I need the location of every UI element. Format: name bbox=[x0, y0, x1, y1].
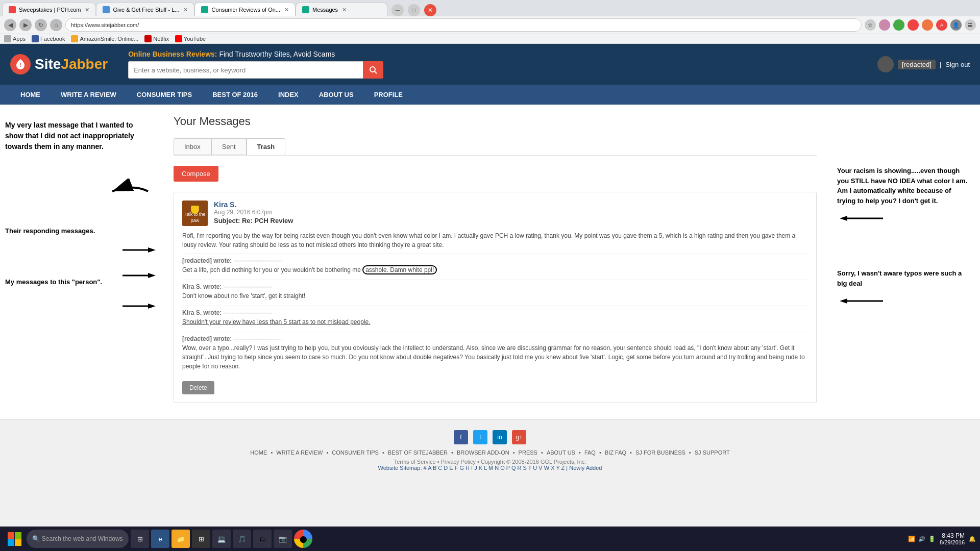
footer-biz-faq[interactable]: BIZ FAQ bbox=[605, 449, 626, 456]
search-input[interactable] bbox=[128, 61, 363, 79]
forward-button[interactable]: ▶ bbox=[19, 19, 32, 31]
svg-point-11 bbox=[191, 206, 194, 209]
svg-marker-13 bbox=[840, 216, 847, 221]
thread-item-1: [redacted] wrote: ----------------------… bbox=[182, 254, 808, 277]
tagline: Online Business Reviews: Find Trustworth… bbox=[128, 50, 335, 58]
search-button[interactable] bbox=[363, 61, 383, 79]
address-text: https://www.sitejabber.com/ bbox=[71, 22, 139, 28]
menu-icon[interactable]: ☰ bbox=[965, 19, 976, 31]
start-button[interactable] bbox=[4, 529, 24, 549]
nav-write-review[interactable]: WRITE A REVIEW bbox=[51, 85, 127, 105]
footer-consumer-tips[interactable]: CONSUMER TIPS bbox=[332, 449, 378, 456]
sign-out-link[interactable]: Sign out bbox=[945, 61, 970, 68]
tab-sent[interactable]: Sent bbox=[211, 138, 247, 155]
delete-button[interactable]: Delete bbox=[182, 381, 214, 394]
bookmark-apps[interactable]: Apps bbox=[4, 35, 26, 42]
chrome-icon[interactable]: ⬤ bbox=[294, 530, 312, 548]
star-icon[interactable]: ☆ bbox=[865, 19, 876, 31]
bookmark-youtube[interactable]: YouTube bbox=[175, 35, 206, 42]
clock: 8:43 PM bbox=[940, 532, 965, 539]
thread-writer-3: Kira S. wrote: bbox=[182, 309, 222, 316]
bookmark-facebook[interactable]: Facebook bbox=[32, 35, 65, 42]
footer-sj-business[interactable]: SJ FOR BUSINESS bbox=[635, 449, 685, 456]
footer-sj-support[interactable]: SJ SUPPORT bbox=[695, 449, 730, 456]
tab-close-give-get[interactable]: ✕ bbox=[183, 7, 188, 13]
footer-best-of[interactable]: BEST OF SITEJABBER bbox=[388, 449, 448, 456]
taskbar: 🔍 Search the web and Windows ⊞ e 📁 ⊞ 💻 🎵… bbox=[0, 527, 980, 551]
addon-icon-5[interactable]: A bbox=[936, 19, 947, 31]
addon-icon-1[interactable] bbox=[879, 19, 890, 31]
tab-close-sitejabber[interactable]: ✕ bbox=[284, 7, 289, 13]
tab-messages[interactable]: Messages ✕ bbox=[296, 3, 387, 16]
footer-home[interactable]: HOME bbox=[250, 449, 267, 456]
close-window-button[interactable]: ✕ bbox=[424, 4, 436, 16]
battery-icon[interactable]: 🔋 bbox=[928, 536, 936, 542]
tab-close-sweepstakes[interactable]: ✕ bbox=[85, 7, 89, 13]
date: 8/29/2016 bbox=[940, 539, 965, 545]
linkedin-icon[interactable]: in bbox=[493, 430, 507, 444]
thread-separator-1: ------------------------ bbox=[234, 257, 283, 264]
nav-about-us[interactable]: ABOUT US bbox=[309, 85, 364, 105]
taskbar-icon-7[interactable]: 📷 bbox=[274, 530, 292, 548]
twitter-icon[interactable]: t bbox=[473, 430, 487, 444]
addon-icon-4[interactable] bbox=[922, 19, 933, 31]
task-view-icon[interactable]: ⊞ bbox=[131, 530, 149, 548]
tab-trash[interactable]: Trash bbox=[247, 138, 286, 155]
footer-about-us[interactable]: ABOUT US bbox=[547, 449, 575, 456]
tab-close-messages[interactable]: ✕ bbox=[342, 7, 347, 13]
svg-point-12 bbox=[196, 206, 199, 209]
footer-write-review[interactable]: WRITE A REVIEW bbox=[276, 449, 323, 456]
notification-icon[interactable]: 🔔 bbox=[969, 536, 976, 542]
logo-text: SiteJabber bbox=[35, 56, 108, 72]
taskbar-icon-5[interactable]: 🎵 bbox=[233, 530, 251, 548]
nav-home[interactable]: HOME bbox=[10, 85, 51, 105]
search-taskbar[interactable]: 🔍 Search the web and Windows bbox=[27, 530, 129, 548]
profile-icon[interactable]: 👤 bbox=[950, 19, 962, 31]
refresh-button[interactable]: ↻ bbox=[35, 19, 47, 31]
addon-icon-2[interactable] bbox=[893, 19, 904, 31]
browser-controls: ◀ ▶ ↻ ⌂ https://www.sitejabber.com/ ☆ A … bbox=[0, 16, 980, 34]
footer-browser-addon[interactable]: BROWSER ADD-ON bbox=[457, 449, 509, 456]
nav-best-of-2016[interactable]: BEST OF 2016 bbox=[202, 85, 268, 105]
file-explorer-icon[interactable]: 📁 bbox=[172, 530, 190, 548]
taskbar-icon-4[interactable]: 💻 bbox=[212, 530, 231, 548]
bookmark-netflix[interactable]: Netflix bbox=[144, 35, 169, 42]
tab-give-get[interactable]: Give & Get Free Stuff - L... ✕ bbox=[96, 3, 194, 16]
tab-label-give-get: Give & Get Free Stuff - L... bbox=[113, 7, 179, 13]
thread-writer-1: [redacted] wrote: bbox=[182, 257, 232, 264]
addon-icon-3[interactable] bbox=[908, 19, 919, 31]
volume-icon[interactable]: 🔊 bbox=[918, 536, 925, 542]
home-button[interactable]: ⌂ bbox=[50, 19, 62, 31]
nav-consumer-tips[interactable]: CONSUMER TIPS bbox=[127, 85, 202, 105]
nav-index[interactable]: INDEX bbox=[268, 85, 309, 105]
tab-sweepstakes[interactable]: Sweepstakes | PCH.com ✕ bbox=[2, 3, 96, 16]
address-bar[interactable]: https://www.sitejabber.com/ bbox=[65, 18, 862, 32]
thread-writer-4: [redacted] wrote: bbox=[182, 335, 232, 342]
nav-profile[interactable]: PROFILE bbox=[364, 85, 413, 105]
annotation-racism-note: Your racism is showing.....even though y… bbox=[837, 166, 970, 206]
maximize-button[interactable]: □ bbox=[408, 4, 420, 16]
minimize-button[interactable]: ─ bbox=[391, 4, 404, 16]
footer-press[interactable]: PRESS bbox=[519, 449, 537, 456]
facebook-favicon bbox=[32, 35, 39, 42]
tagline-label: Online Business Reviews: bbox=[128, 50, 217, 58]
tab-label-messages: Messages bbox=[312, 7, 338, 13]
back-button[interactable]: ◀ bbox=[4, 19, 16, 31]
annotation-typo-note: Sorry, I wasn't aware typos were such a … bbox=[837, 268, 970, 288]
tab-sitejabber[interactable]: Consumer Reviews of On... ✕ bbox=[194, 3, 296, 16]
facebook-icon[interactable]: f bbox=[454, 430, 468, 444]
tab-favicon-messages bbox=[302, 6, 309, 13]
thread-item-3: Kira S. wrote: ------------------------ … bbox=[182, 306, 808, 329]
network-icon[interactable]: 📶 bbox=[908, 536, 915, 542]
tab-label-sweepstakes: Sweepstakes | PCH.com bbox=[19, 7, 81, 13]
google-icon[interactable]: g+ bbox=[512, 430, 526, 444]
taskbar-icon-6[interactable]: 🗂 bbox=[253, 530, 272, 548]
svg-rect-17 bbox=[8, 539, 14, 546]
compose-button[interactable]: Compose bbox=[174, 166, 218, 182]
tab-inbox[interactable]: Inbox bbox=[174, 138, 211, 155]
taskbar-icon-3[interactable]: ⊞ bbox=[192, 530, 210, 548]
edge-icon[interactable]: e bbox=[151, 530, 169, 548]
svg-rect-15 bbox=[8, 532, 14, 539]
bookmark-amazon[interactable]: AmazonSmile: Online... bbox=[71, 35, 138, 42]
footer-faq[interactable]: FAQ bbox=[584, 449, 596, 456]
